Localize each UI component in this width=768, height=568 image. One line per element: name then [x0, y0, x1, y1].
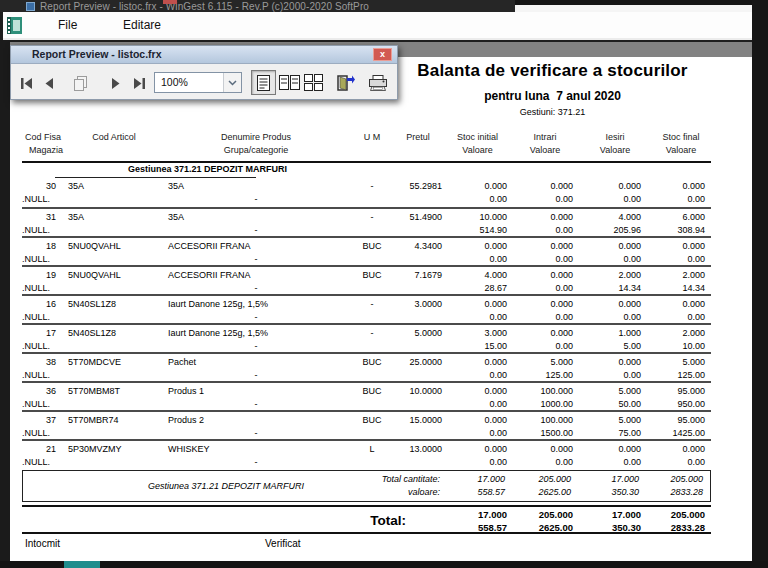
col-subheader: Valoare	[579, 144, 651, 157]
next-page-icon	[111, 78, 121, 89]
cell-valoare-initial: 0.00	[444, 311, 511, 324]
group-header-label: Gestiunea 371.21 DEPOZIT MARFURI	[128, 164, 287, 174]
cell-um: BUC	[352, 356, 392, 369]
one-page-view-button[interactable]	[251, 70, 276, 95]
cell-stoc-initial: 0.000	[444, 180, 511, 193]
cell-stoc-final: 0.000	[651, 298, 711, 311]
cell-pret: 3.0000	[392, 298, 444, 311]
goto-page-button[interactable]	[71, 72, 89, 94]
cell-grupa: -	[160, 369, 352, 382]
group-header: Gestiunea 371.21 DEPOZIT MARFURI	[22, 163, 711, 178]
group-header-underline	[55, 177, 256, 178]
cell-grupa: -	[160, 253, 352, 266]
cell-stoc-initial: 0.000	[444, 385, 511, 398]
table-header: Cod Fisa Cod Articol Denumire Produs U M…	[22, 129, 711, 163]
previous-page-button[interactable]	[42, 72, 56, 94]
cell-valoare-initial: 15.00	[444, 340, 511, 353]
cell-cod-fisa: 21	[22, 443, 68, 456]
cell-valoare-intrari: 0.00	[511, 224, 579, 237]
two-page-icon	[279, 75, 300, 90]
next-page-button[interactable]	[109, 72, 123, 94]
cell-magazia: .NULL.	[22, 193, 68, 206]
cell-intrari: 0.000	[511, 180, 579, 193]
cell-pret: 13.0000	[392, 443, 444, 456]
cell-cod-articol: 5NU0QVAHL	[68, 269, 160, 282]
cell-cod-articol: 5T70MBM8T	[68, 385, 160, 398]
cell-um: -	[352, 211, 392, 224]
cell-magazia: .NULL.	[22, 340, 68, 353]
cell-cod-fisa: 16	[22, 298, 68, 311]
group-total-iesiri: 17.000 350.30	[577, 471, 649, 501]
last-page-button[interactable]	[131, 72, 147, 94]
group-totals-box: Gestiunea 371.21 DEPOZIT MARFURI Total c…	[22, 470, 711, 502]
cell-magazia: .NULL.	[22, 369, 68, 382]
cell-stoc-final: 6.000	[651, 211, 711, 224]
background-close-remnant	[163, 0, 177, 4]
menu-editare[interactable]: Editare	[123, 18, 161, 32]
cell-valoare-intrari: 0.00	[511, 340, 579, 353]
close-preview-button[interactable]	[336, 72, 356, 94]
cell-um: L	[352, 443, 392, 456]
zoom-value: 100%	[161, 76, 188, 88]
cell-valoare-iesiri: 0.00	[579, 456, 651, 469]
notebook-icon	[7, 17, 22, 34]
cell-cod-fisa: 30	[22, 180, 68, 193]
col-header: Stoc initial	[444, 131, 511, 144]
screen: Report Preview - listoc.frx - WinGest 6.…	[0, 0, 768, 568]
cell-stoc-final: 0.000	[651, 240, 711, 253]
one-page-icon	[257, 75, 270, 91]
cell-valoare-final: 1425.00	[651, 427, 711, 440]
cell-valoare-intrari: 0.00	[511, 282, 579, 295]
cell-valoare-iesiri: 0.00	[579, 369, 651, 382]
table-row: 36 5T70MBM8T Produs 1 BUC 10.0000 0.000 …	[22, 381, 711, 410]
report-table: Cod Fisa Cod Articol Denumire Produs U M…	[22, 129, 711, 551]
toolbar-titlebar[interactable]: Report Preview - listoc.frx x	[11, 46, 397, 64]
previous-page-icon	[44, 78, 54, 89]
two-page-view-button[interactable]	[277, 70, 302, 95]
table-row: 19 5NU0QVAHL ACCESORII FRANA BUC 7.1679 …	[22, 265, 711, 294]
cell-um: BUC	[352, 240, 392, 253]
grand-total-stoc-initial: 17.000 558.57	[444, 507, 511, 534]
cell-cod-articol: 5T70MBR74	[68, 414, 160, 427]
grand-total-label: Total:	[22, 507, 444, 534]
zoom-select[interactable]: 100%	[154, 72, 242, 93]
report-rows: 30 35A 35A - 55.2981 0.000 0.000 0.000 0…	[22, 178, 711, 468]
bottom-dark-strip	[0, 561, 768, 568]
table-row: 31 35A 35A - 51.4900 10.000 0.000 4.000 …	[22, 207, 711, 236]
col-subheader: Valoare	[511, 144, 579, 157]
printer-icon	[368, 75, 388, 91]
left-dark-strip	[0, 40, 10, 568]
app-title: Report Preview - listoc.frx - WinGest 6.…	[40, 1, 369, 12]
cell-stoc-final: 0.000	[651, 180, 711, 193]
cell-intrari: 0.000	[511, 298, 579, 311]
cell-valoare-intrari: 0.00	[511, 456, 579, 469]
cell-um: BUC	[352, 269, 392, 282]
zoom-dropdown-button[interactable]	[223, 73, 241, 92]
cell-iesiri: 2.000	[579, 269, 651, 282]
print-button[interactable]	[367, 72, 389, 94]
cell-valoare-intrari: 125.00	[511, 369, 579, 382]
col-header: Cod Articol	[68, 131, 160, 144]
close-button[interactable]: x	[373, 48, 392, 61]
cell-intrari: 0.000	[511, 269, 579, 282]
four-page-view-button[interactable]	[301, 70, 326, 95]
cell-valoare-final: 308.94	[651, 224, 711, 237]
cell-stoc-initial: 0.000	[444, 443, 511, 456]
cell-denumire: 35A	[160, 180, 352, 193]
cell-valoare-iesiri: 50.00	[579, 398, 651, 411]
report-gestiuni: Gestiuni: 371.21	[330, 107, 768, 117]
menu-file[interactable]: File	[58, 18, 77, 32]
cell-valoare-initial: 0.00	[444, 398, 511, 411]
cell-valoare-final: 0.00	[651, 456, 711, 469]
cell-cod-fisa: 31	[22, 211, 68, 224]
col-header: Stoc final	[651, 131, 711, 144]
cell-magazia: .NULL.	[22, 311, 68, 324]
cell-valoare-iesiri: 75.00	[579, 427, 651, 440]
cell-magazia: .NULL.	[22, 282, 68, 295]
cell-stoc-initial: 3.000	[444, 327, 511, 340]
cell-iesiri: 0.000	[579, 356, 651, 369]
col-header: U M	[352, 131, 392, 144]
first-page-button[interactable]	[19, 72, 35, 94]
cell-grupa: -	[160, 398, 352, 411]
cell-cod-articol: 35A	[68, 180, 160, 193]
